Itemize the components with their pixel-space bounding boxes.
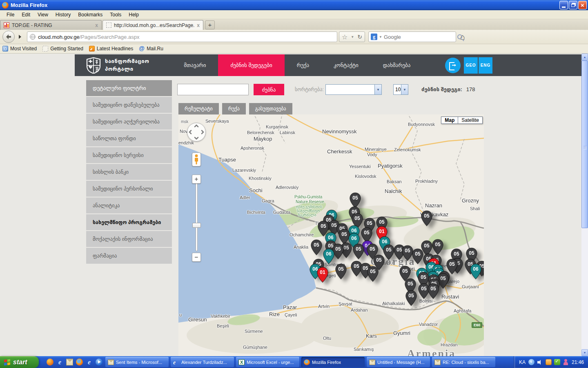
web-search-input[interactable]	[384, 34, 456, 40]
security-check-icon[interactable]	[554, 359, 560, 365]
map-pin[interactable]: 05	[335, 263, 347, 280]
pegman-icon[interactable]	[192, 153, 201, 166]
search-engine-dropdown-icon[interactable]: ▼	[379, 35, 382, 39]
hide-icons-chevron-icon[interactable]	[528, 359, 535, 365]
menu-view[interactable]: View	[34, 11, 51, 18]
bookmark-star-icon[interactable]: ☆	[342, 33, 347, 41]
magnifier-icon[interactable]	[457, 34, 462, 39]
sidebar-item[interactable]: მოქალაქის ინფორმაცია	[86, 231, 172, 247]
site-nav-item[interactable]: დახმარება	[371, 54, 423, 76]
zoom-in-button[interactable]: +	[192, 175, 201, 184]
menu-edit[interactable]: Edit	[18, 11, 33, 18]
task-button[interactable]: RE: Cloud - sisxlis ba...	[432, 357, 495, 367]
zoom-out-button[interactable]: −	[192, 253, 201, 262]
search-input[interactable]	[177, 84, 249, 95]
minimize-button[interactable]	[559, 1, 568, 9]
window-titlebar[interactable]: Mozilla Firefox ×	[0, 0, 588, 10]
menu-tools[interactable]: Tools	[107, 11, 125, 18]
menu-file[interactable]: File	[3, 11, 18, 18]
url-bar[interactable]: cloud.moh.gov.ge/Pages/SearchPage.aspx	[27, 31, 337, 42]
messenger-person-icon[interactable]	[563, 359, 569, 365]
tab-close-icon[interactable]: x	[197, 22, 200, 28]
map-pin[interactable]: 05	[427, 283, 439, 299]
sidebar-item[interactable]: საწოლთა ფონდი	[86, 130, 172, 146]
internet-explorer-icon[interactable]	[56, 359, 63, 366]
sidebar-item[interactable]: სისხლის ბანკი	[86, 164, 172, 180]
map-pan-control[interactable]	[187, 123, 206, 141]
map-pin[interactable]: 05	[310, 239, 323, 256]
sidebar-item[interactable]: სამედიცინო პერსონალი	[86, 181, 172, 197]
select-arrow-icon[interactable]: ▼	[374, 85, 381, 94]
task-button[interactable]: Microsoft Excel - urge...	[236, 357, 299, 367]
sidebar-item[interactable]: სახელმწიფო პროგრამები	[86, 214, 172, 230]
refresh-icon[interactable]: ↻	[357, 34, 362, 40]
dropdown-icon[interactable]: ▼	[351, 35, 354, 39]
outlook-icon[interactable]	[66, 359, 73, 366]
site-nav-item[interactable]: რუქა	[285, 54, 321, 76]
sidebar-item[interactable]: ფარმაცია	[86, 248, 172, 264]
map-pin[interactable]: 05	[421, 210, 433, 227]
bookmark-item[interactable]: Latest Headlines	[89, 46, 133, 52]
lang-button-eng[interactable]: ENG	[479, 57, 492, 74]
sidebar-item[interactable]: ანალიტიკა	[86, 197, 172, 213]
map-pin[interactable]: 01	[316, 267, 329, 283]
menu-help[interactable]: Help	[125, 11, 142, 18]
action-button[interactable]: გასუფთავება	[249, 103, 292, 114]
lang-button-geo[interactable]: GEO	[464, 57, 478, 74]
orange-ball-icon[interactable]	[47, 359, 53, 366]
bookmark-item[interactable]: Most Visited	[2, 46, 37, 52]
browser-scrollbar[interactable]: ▲ ▼	[581, 54, 588, 356]
task-button[interactable]: Sent Items - Microsof...	[105, 357, 169, 367]
forward-button[interactable]	[16, 33, 24, 41]
media-player-icon[interactable]	[96, 359, 102, 366]
action-button[interactable]: რუქა	[222, 103, 246, 114]
clock[interactable]: 21:46	[572, 359, 584, 365]
start-button[interactable]: start	[0, 356, 39, 368]
map-pin[interactable]: 05	[412, 248, 424, 265]
language-indicator[interactable]: KA	[519, 359, 526, 365]
menu-bookmarks[interactable]: Bookmarks	[75, 11, 106, 18]
map-pin[interactable]: 05	[405, 290, 417, 306]
google-map[interactable]: mskSeverskayaKurganinskBelorechenskLabin…	[178, 114, 484, 356]
clock-sync-icon[interactable]	[546, 359, 552, 365]
back-button[interactable]	[2, 31, 15, 43]
task-button[interactable]: Untitled - Message (H...	[367, 357, 430, 367]
scroll-up-icon[interactable]: ▲	[581, 54, 588, 61]
site-nav-item[interactable]: კონტაქტი	[321, 54, 371, 76]
sidebar-item[interactable]: დეტალური ფილტრი	[86, 80, 172, 96]
map-pin[interactable]: 06	[470, 263, 482, 280]
site-logo[interactable]: საინფორმაციოპორტალი	[86, 57, 149, 74]
select-arrow-icon[interactable]: ▼	[401, 85, 408, 94]
restore-button[interactable]	[569, 1, 577, 9]
zoom-slider-track[interactable]	[196, 179, 198, 251]
sidebar-item[interactable]: სამედიცინო დაწესებულება	[86, 97, 172, 113]
site-nav-item[interactable]: ძებნის შედეგები	[218, 54, 284, 76]
map-button[interactable]: Map	[441, 117, 458, 124]
new-tab-button[interactable]: +	[205, 20, 215, 29]
internet-explorer-doc-icon[interactable]	[86, 359, 93, 366]
action-button[interactable]: რეზულტატი	[178, 103, 219, 114]
search-button[interactable]: ძებნა	[254, 84, 284, 95]
tab-searchpage[interactable]: http://cloud.moh.go...es/SearchPage.aspx…	[102, 20, 203, 30]
zoom-slider-handle[interactable]	[192, 223, 201, 228]
bookmark-item[interactable]: Getting Started	[42, 46, 83, 52]
logout-icon[interactable]	[445, 58, 461, 73]
map-pin[interactable]: 05	[352, 243, 365, 260]
site-nav-item[interactable]: მთავარი	[172, 54, 218, 76]
sidebar-item[interactable]: სამედიცინო სერვისი	[86, 147, 172, 163]
search-engine-box[interactable]: g ▼	[368, 31, 456, 42]
google-icon[interactable]: g	[371, 34, 377, 40]
close-button[interactable]: ×	[578, 1, 587, 9]
volume-icon[interactable]	[537, 359, 543, 365]
task-button[interactable]: Mozilla Firefox	[301, 357, 365, 367]
scrollbar-thumb[interactable]	[581, 61, 588, 228]
map-pin[interactable]: 05	[367, 266, 379, 282]
tab-close-icon[interactable]: x	[95, 22, 98, 28]
task-button[interactable]: Alexander Turdziladz...	[171, 357, 234, 367]
menu-history[interactable]: History	[52, 11, 74, 18]
sort-select[interactable]: ▼	[325, 84, 382, 95]
firefox-icon[interactable]	[76, 359, 83, 366]
satellite-button[interactable]: Satellite	[458, 117, 483, 124]
scroll-down-icon[interactable]: ▼	[581, 349, 588, 356]
sidebar-item[interactable]: სამედიცინო აღჭურვილობა	[86, 114, 172, 130]
